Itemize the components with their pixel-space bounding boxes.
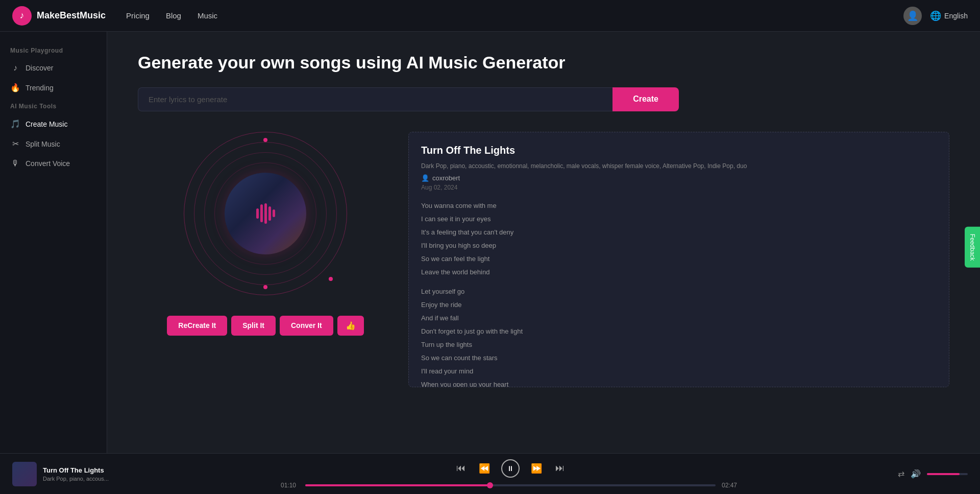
progress-fill [305, 484, 490, 486]
sidebar-item-split-music[interactable]: ✂ Split Music [0, 134, 107, 154]
bar-2 [260, 204, 263, 222]
sidebar: Music Playgroud ♪ Discover 🔥 Trending AI… [0, 32, 107, 453]
top-navigation: ♪ MakeBestMusic Pricing Blog Music 👤 🌐 E… [0, 0, 980, 32]
skip-back-button[interactable]: ⏮ [454, 461, 468, 476]
discover-icon: ♪ [10, 63, 20, 73]
sidebar-item-trending[interactable]: 🔥 Trending [0, 78, 107, 98]
create-music-icon: 🎵 [10, 119, 20, 129]
lyrics-line: It's a feeling that you can't deny [421, 226, 937, 239]
lyrics-input[interactable] [138, 87, 612, 111]
progress-thumb [487, 482, 493, 488]
now-playing-info: Turn Off The Lights Dark Pop, piano, acc… [43, 466, 109, 482]
language-selector[interactable]: 🌐 English [930, 10, 968, 21]
content-area: ReCreate It Split It Conver It 👍 Turn Of… [138, 132, 949, 387]
album-center [225, 173, 306, 254]
brand-logo: ♪ [12, 6, 32, 26]
ring-dot-bottom [263, 285, 267, 289]
song-date: Aug 02, 2024 [421, 184, 937, 191]
brand[interactable]: ♪ MakeBestMusic [12, 6, 106, 26]
lyrics-line: When you open up your heart [421, 378, 937, 387]
player-buttons: ⏮ ⏪ ⏸ ⏩ ⏭ [454, 459, 567, 478]
page-title: Generate your own songs using AI Music G… [138, 52, 949, 73]
sidebar-item-discover[interactable]: ♪ Discover [0, 58, 107, 78]
bar-3 [264, 203, 267, 224]
sidebar-section-playground: Music Playgroud [0, 47, 107, 54]
bar-5 [273, 209, 275, 217]
lyrics-line: Turn up the lights [421, 338, 937, 351]
brand-name: MakeBestMusic [37, 10, 106, 21]
lyrics-line: Don't forget to just go with the light [421, 325, 937, 338]
now-playing-subtitle: Dark Pop, piano, accous... [43, 476, 109, 482]
ring-dot-top [263, 138, 267, 142]
lyrics-line: You wanna come with me [421, 199, 937, 213]
topnav-right: 👤 🌐 English [903, 7, 968, 25]
lyrics-line: Leave the world behind [421, 266, 937, 279]
split-music-icon: ✂ [10, 139, 20, 149]
sidebar-item-create-label: Create Music [26, 120, 67, 128]
play-pause-button[interactable]: ⏸ [501, 459, 520, 478]
bar-1 [256, 208, 259, 219]
sidebar-item-convert-voice[interactable]: 🎙 Convert Voice [0, 154, 107, 173]
player-controls: ⏮ ⏪ ⏸ ⏩ ⏭ 01:10 02:47 [155, 459, 866, 489]
rewind-button[interactable]: ⏪ [477, 461, 492, 476]
nav-pricing[interactable]: Pricing [126, 11, 150, 20]
lyrics-line: I can see it in your eyes [421, 213, 937, 226]
lyrics-line: I'll bring you high so deep [421, 239, 937, 252]
skip-forward-button[interactable]: ⏭ [553, 461, 567, 476]
sidebar-section-ai-tools: AI Music Tools [0, 103, 107, 110]
total-time: 02:47 [722, 482, 740, 489]
album-art-container [184, 132, 347, 295]
convert-button[interactable]: Conver It [280, 316, 333, 336]
player-panel: ReCreate It Split It Conver It 👍 [138, 132, 393, 336]
recreate-button[interactable]: ReCreate It [167, 316, 227, 336]
ring-dot-right [329, 277, 333, 281]
progress-bar-container: 01:10 02:47 [281, 482, 740, 489]
language-label: English [944, 12, 968, 20]
bar-4 [268, 206, 271, 221]
sidebar-item-trending-label: Trending [26, 84, 54, 92]
nav-blog[interactable]: Blog [166, 11, 181, 20]
fast-forward-button[interactable]: ⏩ [529, 461, 544, 476]
lyrics-line: So we can count the stars [421, 351, 937, 365]
song-author: 👤 coxrobert [421, 174, 937, 182]
sidebar-item-create-music[interactable]: 🎵 Create Music [0, 114, 107, 134]
now-playing: Turn Off The Lights Dark Pop, piano, acc… [12, 462, 145, 486]
main-layout: Music Playgroud ♪ Discover 🔥 Trending AI… [0, 32, 980, 453]
sidebar-item-convert-label: Convert Voice [26, 159, 70, 168]
now-playing-title: Turn Off The Lights [43, 466, 109, 474]
sidebar-item-split-label: Split Music [26, 140, 60, 148]
nav-music[interactable]: Music [198, 11, 217, 20]
lyrics-line: Let yourself go [421, 285, 937, 298]
lyrics-line: Enjoy the ride [421, 298, 937, 312]
like-button[interactable]: 👍 [337, 316, 364, 336]
song-title: Turn Off The Lights [421, 145, 937, 156]
player-right: ⇄ 🔊 [876, 469, 968, 479]
shuffle-button[interactable]: ⇄ [898, 469, 904, 479]
main-content: Generate your own songs using AI Music G… [107, 32, 980, 453]
volume-track[interactable] [927, 473, 968, 475]
feedback-button[interactable]: Feedback [965, 226, 980, 268]
lyrics-line: So we can feel the light [421, 252, 937, 266]
bottom-player: Turn Off The Lights Dark Pop, piano, acc… [0, 453, 980, 494]
convert-voice-icon: 🎙 [10, 159, 20, 168]
globe-icon: 🌐 [930, 10, 941, 21]
lyrics-panel: Turn Off The Lights Dark Pop, piano, acc… [408, 132, 949, 387]
volume-fill [927, 473, 960, 475]
sidebar-item-discover-label: Discover [26, 64, 53, 72]
current-time: 01:10 [281, 482, 299, 489]
nav-links: Pricing Blog Music [126, 11, 217, 20]
user-avatar[interactable]: 👤 [903, 7, 922, 25]
song-tags: Dark Pop, piano, accoustic, emotionnal, … [421, 161, 937, 171]
create-button[interactable]: Create [612, 87, 679, 111]
sound-bars [256, 203, 275, 224]
generate-bar: Create [138, 87, 679, 111]
progress-track[interactable] [305, 484, 716, 486]
lyrics-line: And if we fall [421, 312, 937, 325]
lyrics-line: I'll read your mind [421, 365, 937, 378]
lyrics-container: You wanna come with meI can see it in yo… [421, 199, 937, 387]
lyrics-spacer [421, 279, 937, 285]
action-buttons: ReCreate It Split It Conver It 👍 [167, 316, 363, 336]
trending-icon: 🔥 [10, 83, 20, 92]
now-playing-thumbnail [12, 462, 37, 486]
split-button[interactable]: Split It [231, 316, 276, 336]
